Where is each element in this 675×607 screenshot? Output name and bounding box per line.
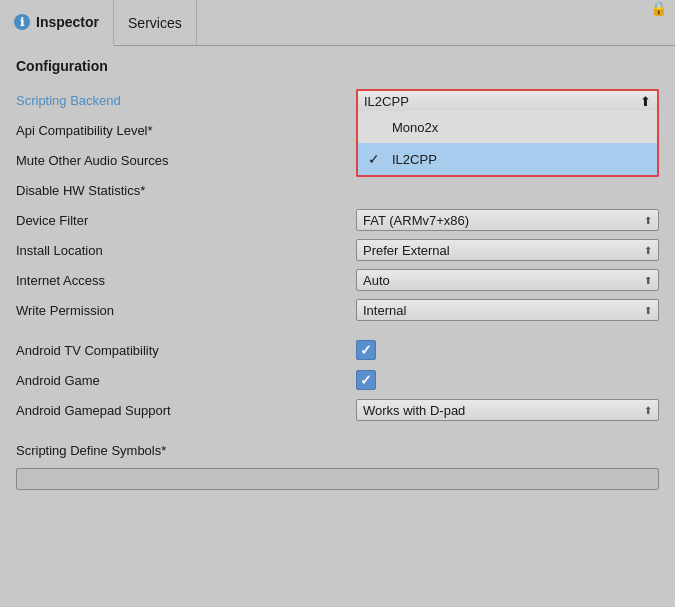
main-window: ℹ Inspector Services 🔒 Configuration Scr… xyxy=(0,0,675,607)
ctrl-android-game: ✓ xyxy=(356,370,659,390)
row-gamepad-support: Android Gamepad Support Works with D-pad… xyxy=(16,396,659,424)
internet-access-value: Auto xyxy=(363,273,390,288)
dropdown-arrow: ⬆ xyxy=(640,94,651,109)
scripting-backend-value: IL2CPP xyxy=(364,94,409,109)
row-android-tv: Android TV Compatibility ✓ xyxy=(16,336,659,364)
tab-services-label: Services xyxy=(128,15,182,31)
install-location-value: Prefer External xyxy=(363,243,450,258)
install-location-dropdown[interactable]: Prefer External ⬆ xyxy=(356,239,659,261)
scripting-symbols-input[interactable] xyxy=(16,468,659,490)
android-tv-check: ✓ xyxy=(360,342,372,358)
android-game-checkbox[interactable]: ✓ xyxy=(356,370,376,390)
section-title: Configuration xyxy=(16,58,659,74)
row-android-game: Android Game ✓ xyxy=(16,366,659,394)
il2cpp-label: IL2CPP xyxy=(392,152,437,167)
device-filter-dropdown[interactable]: FAT (ARMv7+x86) ⬆ xyxy=(356,209,659,231)
label-scripting-symbols: Scripting Define Symbols* xyxy=(16,443,356,458)
il2cpp-check: ✓ xyxy=(368,151,384,167)
ctrl-write-permission: Internal ⬆ xyxy=(356,299,659,321)
mono2x-label: Mono2x xyxy=(392,120,438,135)
ctrl-scripting-backend: IL2CPP ⬆ Mono2x ✓ IL2CPP xyxy=(356,89,659,111)
inspector-content: Configuration Scripting Backend IL2CPP ⬆ xyxy=(0,46,675,607)
tab-inspector[interactable]: ℹ Inspector xyxy=(0,0,114,46)
device-filter-arrow: ⬆ xyxy=(644,215,652,226)
ctrl-gamepad-support: Works with D-pad ⬆ xyxy=(356,399,659,421)
row-scripting-backend: Scripting Backend IL2CPP ⬆ Mono2x xyxy=(16,86,659,114)
option-il2cpp[interactable]: ✓ IL2CPP xyxy=(358,143,657,175)
device-filter-value: FAT (ARMv7+x86) xyxy=(363,213,469,228)
tab-bar: ℹ Inspector Services 🔒 xyxy=(0,0,675,46)
label-install-location: Install Location xyxy=(16,243,356,258)
scripting-backend-btn[interactable]: IL2CPP ⬆ xyxy=(356,89,659,111)
install-location-arrow: ⬆ xyxy=(644,245,652,256)
scripting-backend-menu: Mono2x ✓ IL2CPP xyxy=(356,111,659,177)
label-gamepad-support: Android Gamepad Support xyxy=(16,403,356,418)
label-scripting-backend: Scripting Backend xyxy=(16,93,356,108)
row-install-location: Install Location Prefer External ⬆ xyxy=(16,236,659,264)
label-mute-audio: Mute Other Audio Sources xyxy=(16,153,356,168)
row-write-permission: Write Permission Internal ⬆ xyxy=(16,296,659,324)
gamepad-support-value: Works with D-pad xyxy=(363,403,465,418)
label-internet-access: Internet Access xyxy=(16,273,356,288)
ctrl-internet-access: Auto ⬆ xyxy=(356,269,659,291)
label-write-permission: Write Permission xyxy=(16,303,356,318)
ctrl-install-location: Prefer External ⬆ xyxy=(356,239,659,261)
info-icon: ℹ xyxy=(14,14,30,30)
android-tv-checkbox[interactable]: ✓ xyxy=(356,340,376,360)
internet-access-arrow: ⬆ xyxy=(644,275,652,286)
tab-services[interactable]: Services xyxy=(114,0,197,45)
write-permission-arrow: ⬆ xyxy=(644,305,652,316)
row-hw-stats: Disable HW Statistics* xyxy=(16,176,659,204)
android-tv-checkbox-area: ✓ xyxy=(356,340,376,360)
label-android-game: Android Game xyxy=(16,373,356,388)
row-device-filter: Device Filter FAT (ARMv7+x86) ⬆ xyxy=(16,206,659,234)
option-mono2x[interactable]: Mono2x xyxy=(358,111,657,143)
lock-icon[interactable]: 🔒 xyxy=(650,0,667,45)
scripting-backend-dropdown[interactable]: IL2CPP ⬆ Mono2x ✓ IL2CPP xyxy=(356,89,659,111)
label-api-compat: Api Compatibility Level* xyxy=(16,123,356,138)
scripting-symbols-input-row xyxy=(16,468,659,490)
write-permission-dropdown[interactable]: Internal ⬆ xyxy=(356,299,659,321)
ctrl-android-tv: ✓ xyxy=(356,340,659,360)
row-internet-access: Internet Access Auto ⬆ xyxy=(16,266,659,294)
gamepad-support-dropdown[interactable]: Works with D-pad ⬆ xyxy=(356,399,659,421)
label-hw-stats: Disable HW Statistics* xyxy=(16,183,356,198)
label-device-filter: Device Filter xyxy=(16,213,356,228)
ctrl-device-filter: FAT (ARMv7+x86) ⬆ xyxy=(356,209,659,231)
row-scripting-symbols: Scripting Define Symbols* xyxy=(16,436,659,464)
label-android-tv: Android TV Compatibility xyxy=(16,343,356,358)
android-game-check: ✓ xyxy=(360,372,372,388)
android-game-checkbox-area: ✓ xyxy=(356,370,376,390)
tab-inspector-label: Inspector xyxy=(36,14,99,30)
write-permission-value: Internal xyxy=(363,303,406,318)
internet-access-dropdown[interactable]: Auto ⬆ xyxy=(356,269,659,291)
gamepad-support-arrow: ⬆ xyxy=(644,405,652,416)
form-rows: Scripting Backend IL2CPP ⬆ Mono2x xyxy=(16,86,659,490)
